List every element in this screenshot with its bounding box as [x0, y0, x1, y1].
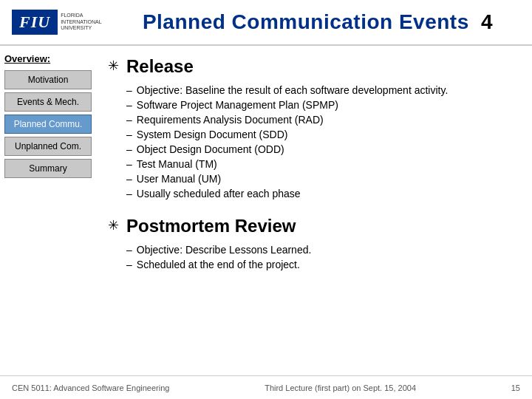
footer-left: CEN 5011: Advanced Software Engineering — [12, 383, 169, 392]
list-item: Test Manual (TM) — [126, 157, 517, 171]
slide-number: 4 — [481, 10, 493, 33]
footer-right-text: Third Lecture (first part) on Sept. 15, … — [265, 383, 416, 392]
postmortem-list: Objective: Describe Lessons Learned. Sch… — [126, 242, 517, 272]
logo-sub: FLORIDA INTERNATIONALUNIVERSITY — [61, 13, 115, 31]
page-title: Planned Communication Events 4 — [115, 10, 520, 34]
title-text: Planned Communication Events — [143, 10, 469, 33]
postmortem-section: ✳ Postmortem Review Objective: Describe … — [108, 216, 517, 272]
sidebar-item-unplanned-com[interactable]: Unplanned Com. — [4, 137, 92, 156]
list-item: Object Design Document (ODD) — [126, 142, 517, 157]
list-item: Objective: Baseline the result of each s… — [126, 83, 517, 98]
release-list: Objective: Baseline the result of each s… — [126, 83, 517, 201]
logo-text: FIU — [12, 10, 58, 35]
header: FIU FLORIDA INTERNATIONALUNIVERSITY Plan… — [0, 0, 532, 46]
release-bullet-star: ✳ — [108, 58, 119, 74]
sidebar-item-motivation[interactable]: Motivation — [4, 70, 92, 89]
postmortem-bullet-star: ✳ — [108, 217, 119, 233]
main-area: Overview: Motivation Events & Mech. Plan… — [0, 46, 532, 375]
postmortem-content: Postmortem Review Objective: Describe Le… — [126, 216, 517, 272]
sidebar-overview-label: Overview: — [4, 53, 92, 64]
sidebar-item-events-mech[interactable]: Events & Mech. — [4, 92, 92, 112]
release-title: Release — [126, 56, 517, 77]
list-item: Objective: Describe Lessons Learned. — [126, 242, 517, 257]
list-item: Requirements Analysis Document (RAD) — [126, 112, 517, 127]
list-item: User Manual (UM) — [126, 171, 517, 186]
list-item: System Design Document (SDD) — [126, 127, 517, 142]
list-item: Usually scheduled after each phase — [126, 186, 517, 201]
list-item: Software Project Management Plan (SPMP) — [126, 98, 517, 112]
postmortem-title: Postmortem Review — [126, 216, 517, 236]
release-content: Release Objective: Baseline the result o… — [126, 56, 517, 201]
logo-area: FIU FLORIDA INTERNATIONALUNIVERSITY — [12, 10, 115, 35]
sidebar-item-planned-commu[interactable]: Planned Commu. — [4, 115, 92, 134]
sidebar: Overview: Motivation Events & Mech. Plan… — [0, 46, 96, 375]
list-item: Scheduled at the end of the project. — [126, 257, 517, 272]
release-section: ✳ Release Objective: Baseline the result… — [108, 56, 517, 201]
sidebar-item-summary[interactable]: Summary — [4, 159, 92, 178]
content-area: ✳ Release Objective: Baseline the result… — [96, 46, 532, 375]
footer-page: 15 — [511, 383, 520, 392]
footer: CEN 5011: Advanced Software Engineering … — [0, 375, 532, 399]
